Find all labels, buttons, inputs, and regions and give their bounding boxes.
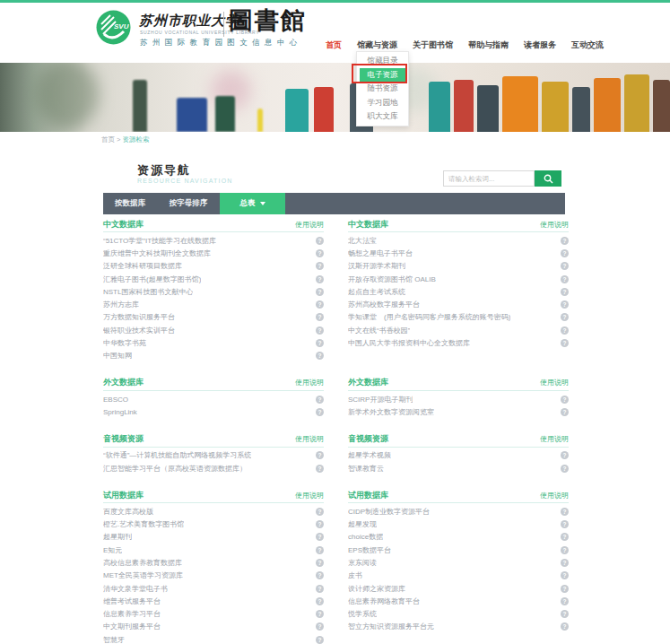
help-icon[interactable]: ? xyxy=(561,559,569,567)
help-icon[interactable]: ? xyxy=(316,300,324,309)
database-link[interactable]: 智课教育云 xyxy=(348,464,384,474)
help-icon[interactable]: ? xyxy=(561,408,569,416)
database-link[interactable]: 维普考试服务平台 xyxy=(103,596,161,606)
help-icon[interactable]: ? xyxy=(316,237,324,245)
database-link[interactable]: 学知课堂 (用户名密码同客户服务系统的账号密码) xyxy=(348,312,510,322)
database-link[interactable]: 超星期刊 xyxy=(103,532,132,542)
database-link[interactable]: 中国知网 xyxy=(103,351,132,361)
help-icon[interactable]: ? xyxy=(316,352,324,360)
database-link[interactable]: 清华文泉学堂电子书 xyxy=(103,584,168,594)
database-link[interactable]: 超星学术视频 xyxy=(348,450,391,460)
help-icon[interactable]: ? xyxy=(316,275,324,283)
library-logo-icon[interactable]: SVU xyxy=(96,10,131,45)
help-icon[interactable]: ? xyxy=(561,313,569,321)
help-icon[interactable]: ? xyxy=(561,339,569,347)
database-link[interactable]: 汉斯开源学术期刊 xyxy=(348,261,405,271)
help-icon[interactable]: ? xyxy=(316,313,324,321)
help-icon[interactable]: ? xyxy=(561,326,569,335)
database-link[interactable]: E知元 xyxy=(103,545,122,555)
help-icon[interactable]: ? xyxy=(561,622,569,631)
help-icon[interactable]: ? xyxy=(316,249,324,257)
nav-item-3[interactable]: 关于图书馆 xyxy=(413,39,453,51)
help-icon[interactable]: ? xyxy=(316,571,324,579)
help-icon[interactable]: ? xyxy=(561,571,569,579)
help-icon[interactable]: ? xyxy=(316,610,324,618)
database-link[interactable]: EBSCO xyxy=(103,396,128,404)
database-link[interactable]: 皮书 xyxy=(348,570,362,580)
help-icon[interactable]: ? xyxy=(316,326,324,335)
help-icon[interactable]: ? xyxy=(316,288,324,296)
breadcrumb-home[interactable]: 首页 xyxy=(101,135,115,144)
database-link[interactable]: 中国人民大学书报资料中心全文数据库 xyxy=(348,338,470,348)
database-link[interactable]: 百度文库高校版 xyxy=(103,507,153,517)
help-icon[interactable]: ? xyxy=(316,533,324,541)
usage-guide-link[interactable]: 使用说明 xyxy=(540,434,569,444)
nav-item-6[interactable]: 互动交流 xyxy=(571,39,604,51)
database-link[interactable]: 新学术外文数字资源阅览室 xyxy=(348,407,434,417)
help-icon[interactable]: ? xyxy=(561,262,569,270)
help-icon[interactable]: ? xyxy=(561,533,569,541)
database-link[interactable]: 银符职业技术实训平台 xyxy=(103,326,175,335)
database-link[interactable]: 信息素养网络教育平台 xyxy=(348,596,420,606)
usage-guide-link[interactable]: 使用说明 xyxy=(540,491,569,500)
database-link[interactable]: MET全民英语学习资源库 xyxy=(103,570,183,580)
database-link[interactable]: 中文期刊服务平台 xyxy=(103,622,161,631)
help-icon[interactable]: ? xyxy=(561,465,569,473)
dropdown-item-4[interactable]: 学习园地 xyxy=(357,96,408,110)
usage-guide-link[interactable]: 使用说明 xyxy=(295,491,324,500)
database-link[interactable]: 中文在线“书香校园” xyxy=(348,326,410,335)
database-link[interactable]: 橙艺.艺术美育数字图书馆 xyxy=(103,519,184,529)
help-icon[interactable]: ? xyxy=(561,275,569,283)
help-icon[interactable]: ? xyxy=(316,451,324,459)
help-icon[interactable]: ? xyxy=(316,520,324,528)
help-icon[interactable]: ? xyxy=(561,249,569,257)
database-link[interactable]: 智慧牙 xyxy=(103,635,125,644)
database-link[interactable]: “51CTO学堂”IT技能学习在线数据库 xyxy=(103,236,216,246)
database-link[interactable]: 设计师之家资源库 xyxy=(348,584,405,594)
help-icon[interactable]: ? xyxy=(316,559,324,567)
database-link[interactable]: 泛研全球科研项目数据库 xyxy=(103,261,182,271)
nav-item-2[interactable]: 馆藏与资源 xyxy=(357,39,397,51)
database-link[interactable]: 中华数字书苑 xyxy=(103,338,146,348)
usage-guide-link[interactable]: 使用说明 xyxy=(295,434,324,444)
help-icon[interactable]: ? xyxy=(316,585,324,593)
database-link[interactable]: 高校信息素养教育数据库 xyxy=(103,558,182,568)
help-icon[interactable]: ? xyxy=(316,636,324,644)
nav-item-1[interactable]: 首页 xyxy=(326,39,342,51)
nav-item-4[interactable]: 帮助与指南 xyxy=(468,39,509,51)
help-icon[interactable]: ? xyxy=(561,610,569,618)
help-icon[interactable]: ? xyxy=(316,546,324,554)
help-icon[interactable]: ? xyxy=(316,396,324,404)
database-link[interactable]: CIDP制造业数字资源平台 xyxy=(348,507,430,517)
help-icon[interactable]: ? xyxy=(561,597,569,605)
help-icon[interactable]: ? xyxy=(316,508,324,516)
database-link[interactable]: 起点自主考试系统 xyxy=(348,287,405,297)
help-icon[interactable]: ? xyxy=(561,237,569,245)
help-icon[interactable]: ? xyxy=(316,262,324,270)
database-link[interactable]: “软件通”—计算机技能自助式网络视频学习系统 xyxy=(103,450,251,460)
help-icon[interactable]: ? xyxy=(561,585,569,593)
dropdown-item-3[interactable]: 随书资源 xyxy=(357,82,408,96)
database-link[interactable]: 悦学系统 xyxy=(348,609,377,619)
database-link[interactable]: EPS数据平台 xyxy=(348,545,391,555)
database-link[interactable]: 开放存取资源图书馆 OALIB xyxy=(348,274,436,284)
help-icon[interactable]: ? xyxy=(561,396,569,404)
dropdown-item-5[interactable]: 职大文库 xyxy=(357,109,408,124)
database-link[interactable]: 苏州高校数字服务平台 xyxy=(348,300,420,309)
database-link[interactable]: 苏州方志库 xyxy=(103,300,139,309)
database-link[interactable]: 信息素养学习平台 xyxy=(103,609,161,619)
tab-1[interactable]: 按数据库 xyxy=(103,193,157,214)
help-icon[interactable]: ? xyxy=(316,465,324,473)
search-button[interactable] xyxy=(535,170,561,187)
help-icon[interactable]: ? xyxy=(316,597,324,605)
database-link[interactable]: 超星发现 xyxy=(348,519,377,529)
usage-guide-link[interactable]: 使用说明 xyxy=(295,220,324,230)
search-input[interactable] xyxy=(443,170,535,187)
tab-2[interactable]: 按字母排序 xyxy=(157,193,220,214)
tab-3[interactable]: 总表 xyxy=(220,193,285,214)
help-icon[interactable]: ? xyxy=(316,339,324,347)
usage-guide-link[interactable]: 使用说明 xyxy=(295,378,324,387)
database-link[interactable]: 汇雅电子图书(超星数字图书馆) xyxy=(103,274,201,284)
database-link[interactable]: choice数据 xyxy=(348,532,383,542)
help-icon[interactable]: ? xyxy=(561,451,569,459)
